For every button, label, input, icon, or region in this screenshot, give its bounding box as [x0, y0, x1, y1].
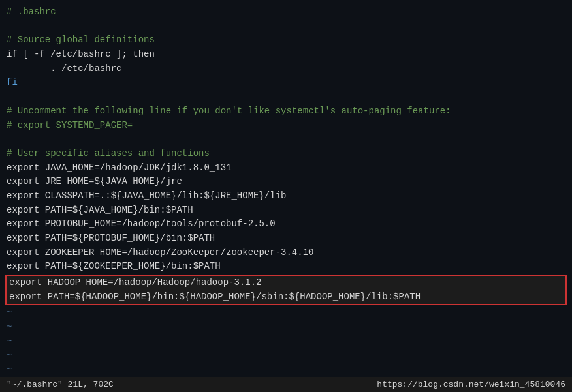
- line-fi: fi: [7, 76, 565, 90]
- line-tilde-3: ~: [7, 335, 565, 349]
- line-tilde-2: ~: [7, 320, 565, 335]
- line-path-protobuf: export PATH=${PROTOBUF_HOME}/bin:$PATH: [7, 232, 565, 246]
- line-empty-1: [7, 20, 565, 34]
- line-path-java: export PATH=${JAVA_HOME}/bin:$PATH: [7, 204, 565, 218]
- line-source: . /etc/bashrc: [7, 62, 565, 76]
- line-uncomment-comment: # Uncomment the following line if you do…: [7, 104, 565, 119]
- line-tilde-5: ~: [7, 363, 565, 377]
- line-path-zookeeper: export PATH=${ZOOKEEPER_HOME}/bin:$PATH: [7, 260, 565, 274]
- line-protobuf-home: export PROTOBUF_HOME=/hadoop/tools/proto…: [7, 217, 565, 232]
- highlighted-hadoop-block: export HADOOP_HOME=/hadoop/Hadoop/hadoop…: [5, 275, 567, 305]
- status-file-info: "~/.bashrc" 21L, 702C: [7, 378, 114, 391]
- status-bar: "~/.bashrc" 21L, 702C https://blog.csdn.…: [0, 377, 572, 393]
- line-tilde-1: ~: [7, 306, 565, 320]
- line-export-pager-comment: # export SYSTEMD_PAGER=: [7, 119, 565, 133]
- line-jre-home: export JRE_HOME=${JAVA_HOME}/jre: [7, 175, 565, 189]
- line-if: if [ -f /etc/bashrc ]; then: [7, 48, 565, 62]
- line-empty-2: [7, 90, 565, 104]
- line-zookeeper-home: export ZOOKEEPER_HOME=/hadoop/ZooKeeper/…: [7, 246, 565, 260]
- line-source-comment: # Source global definitions: [7, 33, 565, 48]
- line-user-comment: # User specific aliases and functions: [7, 147, 565, 161]
- line-hadoop-home: export HADOOP_HOME=/hadoop/Hadoop/hadoop…: [7, 276, 565, 290]
- line-empty-3: [7, 132, 565, 147]
- line-path-hadoop: export PATH=${HADOOP_HOME}/bin:${HADOOP_…: [7, 290, 565, 305]
- status-url: https://blog.csdn.net/weixin_45810046: [377, 378, 565, 391]
- line-tilde-4: ~: [7, 349, 565, 363]
- terminal-window: # .bashrc # Source global definitions if…: [0, 0, 572, 392]
- line-java-home: export JAVA_HOME=/hadoop/JDK/jdk1.8.0_13…: [7, 161, 565, 175]
- line-bashrc-header: # .bashrc: [7, 5, 565, 20]
- line-classpath: export CLASSPATH=.:${JAVA_HOME}/lib:${JR…: [7, 189, 565, 204]
